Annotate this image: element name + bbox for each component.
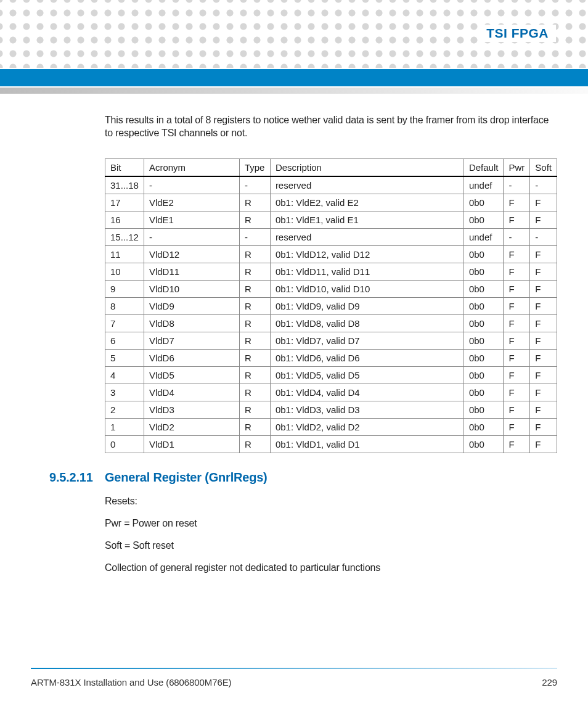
cell-default: 0b0 (463, 435, 504, 453)
cell-default: 0b0 (463, 211, 504, 228)
table-row: 0VldD1R0b1: VldD1, valid D10b0FF (105, 435, 557, 453)
cell-soft: F (530, 418, 557, 435)
cell-description: reserved (270, 176, 463, 194)
cell-pwr: F (504, 418, 530, 435)
cell-type: R (239, 384, 270, 401)
cell-soft: F (530, 245, 557, 263)
cell-bit: 16 (105, 211, 144, 228)
cell-acronym: VldD4 (144, 384, 239, 401)
cell-soft: F (530, 349, 557, 366)
cell-soft: F (530, 435, 557, 453)
section-paragraph: Soft = Soft reset (105, 540, 557, 551)
cell-description: 0b1: VldE2, valid E2 (270, 194, 463, 211)
cell-acronym: VldD12 (144, 245, 239, 263)
cell-soft: F (530, 314, 557, 332)
cell-soft: - (530, 228, 557, 245)
cell-acronym: - (144, 176, 239, 194)
cell-type: R (239, 245, 270, 263)
cell-type: R (239, 349, 270, 366)
cell-type: R (239, 211, 270, 228)
cell-acronym: VldD10 (144, 280, 239, 297)
register-table: Bit Acronym Type Description Default Pwr… (105, 158, 557, 453)
header-blue-bar (0, 69, 588, 86)
cell-bit: 17 (105, 194, 144, 211)
table-row: 6VldD7R0b1: VldD7, valid D70b0FF (105, 332, 557, 349)
cell-bit: 11 (105, 245, 144, 263)
cell-type: R (239, 401, 270, 418)
cell-acronym: - (144, 228, 239, 245)
cell-pwr: F (504, 211, 530, 228)
th-acronym: Acronym (144, 158, 239, 176)
cell-bit: 5 (105, 349, 144, 366)
cell-default: 0b0 (463, 349, 504, 366)
cell-soft: - (530, 176, 557, 194)
cell-description: reserved (270, 228, 463, 245)
cell-default: 0b0 (463, 280, 504, 297)
cell-acronym: VldD1 (144, 435, 239, 453)
table-row: 4VldD5R0b1: VldD5, valid D50b0FF (105, 366, 557, 384)
cell-soft: F (530, 297, 557, 314)
cell-default: 0b0 (463, 194, 504, 211)
section-paragraph: Resets: (105, 496, 557, 507)
cell-pwr: F (504, 401, 530, 418)
cell-soft: F (530, 384, 557, 401)
page-content: This results in a total of 8 registers t… (105, 114, 557, 573)
cell-default: 0b0 (463, 366, 504, 384)
cell-bit: 15...12 (105, 228, 144, 245)
cell-description: 0b1: VldD7, valid D7 (270, 332, 463, 349)
section-body: Resets: Pwr = Power on reset Soft = Soft… (105, 496, 557, 573)
cell-soft: F (530, 366, 557, 384)
cell-bit: 0 (105, 435, 144, 453)
cell-pwr: F (504, 297, 530, 314)
cell-type: - (239, 176, 270, 194)
section-paragraph: Pwr = Power on reset (105, 518, 557, 529)
table-row: 15...12--reservedundef-- (105, 228, 557, 245)
cell-default: 0b0 (463, 384, 504, 401)
cell-default: 0b0 (463, 263, 504, 280)
cell-type: R (239, 280, 270, 297)
cell-pwr: F (504, 435, 530, 453)
cell-default: 0b0 (463, 245, 504, 263)
th-bit: Bit (105, 158, 144, 176)
header-gradient-bar (0, 88, 588, 94)
cell-soft: F (530, 401, 557, 418)
cell-default: 0b0 (463, 418, 504, 435)
cell-bit: 2 (105, 401, 144, 418)
cell-default: undef (463, 228, 504, 245)
cell-description: 0b1: VldE1, valid E1 (270, 211, 463, 228)
cell-type: R (239, 194, 270, 211)
cell-pwr: F (504, 194, 530, 211)
page-footer: ARTM-831X Installation and Use (6806800M… (31, 677, 557, 688)
cell-type: R (239, 297, 270, 314)
th-description: Description (270, 158, 463, 176)
cell-pwr: F (504, 384, 530, 401)
cell-acronym: VldD11 (144, 263, 239, 280)
cell-default: 0b0 (463, 332, 504, 349)
cell-acronym: VldE2 (144, 194, 239, 211)
cell-bit: 1 (105, 418, 144, 435)
page-header-title: TSI FPGA (479, 25, 556, 42)
cell-type: R (239, 366, 270, 384)
cell-bit: 9 (105, 280, 144, 297)
cell-pwr: F (504, 314, 530, 332)
cell-pwr: - (504, 176, 530, 194)
table-row: 5VldD6R0b1: VldD6, valid D60b0FF (105, 349, 557, 366)
cell-acronym: VldD3 (144, 401, 239, 418)
cell-type: R (239, 332, 270, 349)
cell-default: undef (463, 176, 504, 194)
cell-soft: F (530, 280, 557, 297)
cell-description: 0b1: VldD8, valid D8 (270, 314, 463, 332)
cell-bit: 6 (105, 332, 144, 349)
cell-bit: 4 (105, 366, 144, 384)
cell-description: 0b1: VldD2, valid D2 (270, 418, 463, 435)
cell-pwr: F (504, 332, 530, 349)
cell-description: 0b1: VldD12, valid D12 (270, 245, 463, 263)
cell-pwr: F (504, 245, 530, 263)
cell-description: 0b1: VldD4, valid D4 (270, 384, 463, 401)
table-row: 10VldD11R0b1: VldD11, valid D110b0FF (105, 263, 557, 280)
footer-rule (31, 668, 557, 669)
table-row: 1VldD2R0b1: VldD2, valid D20b0FF (105, 418, 557, 435)
table-row: 8VldD9R0b1: VldD9, valid D90b0FF (105, 297, 557, 314)
cell-bit: 7 (105, 314, 144, 332)
section-title: General Register (GnrlRegs) (105, 470, 267, 484)
